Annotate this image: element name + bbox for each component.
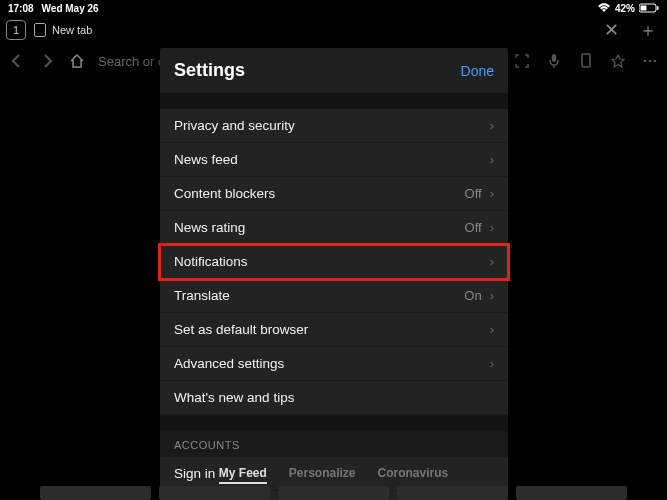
page-icon (34, 23, 46, 37)
device-icon[interactable] (577, 52, 595, 70)
row-label: News rating (174, 220, 245, 235)
settings-modal: Settings Done Privacy and security › New… (160, 48, 508, 500)
row-label: Content blockers (174, 186, 275, 201)
more-icon[interactable] (641, 52, 659, 70)
tab-count-value: 1 (13, 24, 19, 36)
row-value: Off (465, 186, 482, 201)
row-label: Translate (174, 288, 230, 303)
row-value: Off (465, 220, 482, 235)
feed-tab-personalize[interactable]: Personalize (289, 466, 356, 484)
svg-rect-2 (657, 6, 659, 10)
chevron-right-icon: › (490, 220, 494, 235)
svg-point-7 (654, 60, 657, 63)
mic-icon[interactable] (545, 52, 563, 70)
row-whats-new[interactable]: What's new and tips (160, 381, 508, 415)
feed-cards (0, 486, 667, 500)
row-translate[interactable]: Translate On› (160, 279, 508, 313)
battery-icon (639, 3, 659, 13)
chevron-right-icon: › (490, 186, 494, 201)
chevron-right-icon: › (490, 356, 494, 371)
feed-tab-coronavirus[interactable]: Coronavirus (378, 466, 449, 484)
feed-card[interactable] (159, 486, 270, 500)
battery-percent: 42% (615, 3, 635, 14)
chevron-right-icon: › (490, 254, 494, 269)
svg-point-6 (649, 60, 652, 63)
row-advanced-settings[interactable]: Advanced settings › (160, 347, 508, 381)
accounts-header: ACCOUNTS (160, 431, 508, 457)
feed-card[interactable] (516, 486, 627, 500)
back-button[interactable] (8, 52, 26, 70)
status-time: 17:08 (8, 3, 34, 14)
close-tab-button[interactable]: ✕ (596, 19, 627, 41)
scan-icon[interactable] (513, 52, 531, 70)
feed-card[interactable] (40, 486, 151, 500)
status-date: Wed May 26 (42, 3, 99, 14)
row-label: Privacy and security (174, 118, 295, 133)
row-notifications[interactable]: Notifications › (160, 245, 508, 279)
done-button[interactable]: Done (461, 63, 494, 79)
status-bar: 17:08 Wed May 26 42% (0, 0, 667, 16)
feed-tabs: My Feed Personalize Coronavirus (0, 466, 667, 484)
row-value: On (464, 288, 481, 303)
forward-button[interactable] (38, 52, 56, 70)
row-default-browser[interactable]: Set as default browser › (160, 313, 508, 347)
chevron-right-icon: › (490, 152, 494, 167)
row-label: What's new and tips (174, 390, 294, 405)
row-label: Advanced settings (174, 356, 284, 371)
feed-card[interactable] (397, 486, 508, 500)
tab-bar: 1 New tab ✕ ＋ (0, 16, 667, 44)
row-label: Notifications (174, 254, 248, 269)
svg-rect-1 (641, 6, 647, 11)
tab-label: New tab (52, 24, 92, 36)
chevron-right-icon: › (490, 322, 494, 337)
home-button[interactable] (68, 52, 86, 70)
feed-card[interactable] (278, 486, 389, 500)
svg-rect-3 (552, 54, 556, 62)
row-content-blockers[interactable]: Content blockers Off› (160, 177, 508, 211)
modal-title: Settings (174, 60, 245, 81)
row-privacy-security[interactable]: Privacy and security › (160, 109, 508, 143)
chevron-right-icon: › (490, 118, 494, 133)
feed-tab-myfeed[interactable]: My Feed (219, 466, 267, 484)
svg-point-5 (644, 60, 647, 63)
row-label: News feed (174, 152, 238, 167)
favorites-icon[interactable] (609, 52, 627, 70)
wifi-icon (597, 3, 611, 13)
row-news-feed[interactable]: News feed › (160, 143, 508, 177)
current-tab[interactable]: New tab (34, 23, 92, 37)
chevron-right-icon: › (490, 288, 494, 303)
row-label: Set as default browser (174, 322, 308, 337)
tab-count-button[interactable]: 1 (6, 20, 26, 40)
svg-rect-4 (582, 54, 590, 67)
row-news-rating[interactable]: News rating Off› (160, 211, 508, 245)
new-tab-button[interactable]: ＋ (635, 18, 661, 42)
